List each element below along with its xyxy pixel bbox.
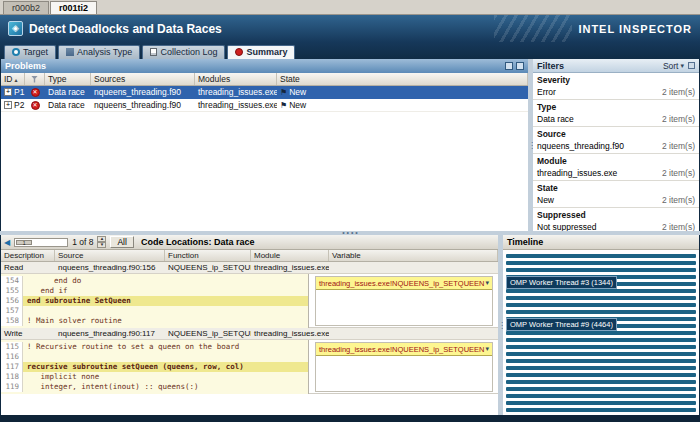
timeline-panel: Timeline OMP Worker Thread #3 (1344) OMP… (503, 235, 699, 415)
filter-entry[interactable]: nqueens_threading.f90 2 item(s) (533, 140, 699, 151)
problem-sources: nqueens_threading.f90 (94, 100, 181, 110)
panel-menu-icon[interactable] (505, 62, 513, 70)
code-text: ! Recursive routine to set a queen on th… (23, 342, 308, 352)
filter-entry[interactable]: Error 2 item(s) (533, 86, 699, 97)
timeline-bar (506, 261, 696, 265)
column-description[interactable]: Description (1, 250, 55, 261)
show-all-button[interactable]: All (110, 236, 133, 248)
spinner-down-icon[interactable] (97, 242, 106, 248)
collection-log-icon (150, 48, 157, 56)
variable-dropdown-icon[interactable] (485, 345, 489, 353)
variable-combo[interactable]: threading_issues.exe!NQUEENS_ip_SETQUEEN (316, 277, 492, 290)
variable-value: threading_issues.exe!NQUEENS_ip_SETQUEEN (319, 279, 485, 288)
filter-entry[interactable]: threading_issues.exe 2 item(s) (533, 167, 699, 178)
column-source[interactable]: Source (55, 250, 165, 261)
filter-entry[interactable]: Data race 2 item(s) (533, 113, 699, 124)
timeline-bar (506, 387, 696, 391)
filter-group-type: Type Data race 2 item(s) (533, 100, 699, 127)
problem-id: P2 (14, 100, 24, 110)
problem-state: New (289, 87, 306, 97)
timeline-bar (506, 303, 696, 307)
write-location-row[interactable]: Write nqueens_threading.f90:117 NQUEENS_… (1, 328, 498, 340)
result-tab-r000b2[interactable]: r000b2 (3, 1, 49, 14)
filter-group-source: Source nqueens_threading.f90 2 item(s) (533, 127, 699, 154)
read-location-row[interactable]: Read nqueens_threading.f90:156 NQUEENS_i… (1, 262, 498, 274)
sort-button[interactable]: Sort (663, 61, 684, 71)
timeline-title: Timeline (507, 237, 543, 247)
location-slider[interactable]: 1 (14, 238, 68, 247)
timeline-bar (506, 394, 696, 398)
tab-target[interactable]: Target (4, 45, 56, 59)
code-text: end if (23, 286, 308, 296)
filter-entry[interactable]: New 2 item(s) (533, 194, 699, 205)
column-module-label: Module (254, 251, 280, 260)
filters-title: Filters (537, 61, 564, 71)
column-severity[interactable] (25, 73, 45, 85)
code-line-highlighted: 117recursive subroutine setQueen (queens… (1, 362, 308, 372)
location-spinner (97, 236, 106, 248)
problem-modules: threading_issues.exe (198, 87, 277, 97)
tab-target-label: Target (23, 47, 48, 57)
timeline-bar (506, 408, 696, 412)
tab-summary[interactable]: Summary (227, 45, 295, 59)
result-tab-r001ti2[interactable]: r001ti2 (50, 1, 97, 14)
timeline-bar (506, 373, 696, 377)
location-source: nqueens_threading.f90:156 (58, 263, 155, 272)
previous-location-icon[interactable] (4, 238, 10, 247)
column-state[interactable]: State (277, 73, 528, 85)
line-number: 158 (1, 316, 23, 326)
problem-sources: nqueens_threading.f90 (94, 87, 181, 97)
filter-entry-label: nqueens_threading.f90 (537, 141, 624, 151)
page-title: Detect Deadlocks and Data Races (29, 22, 222, 36)
filter-group-state: State New 2 item(s) (533, 181, 699, 208)
tab-collection-log[interactable]: Collection Log (142, 45, 225, 59)
filter-group-name: Source (533, 128, 699, 140)
filter-entry-count: 2 item(s) (662, 195, 695, 205)
timeline-bar (506, 296, 696, 300)
timeline-bar (506, 352, 696, 356)
filter-entry-count: 2 item(s) (662, 222, 695, 232)
timeline-title-bar: Timeline (503, 235, 699, 250)
line-number: 118 (1, 372, 23, 382)
error-icon (31, 101, 40, 110)
problem-type: Data race (48, 100, 85, 110)
expand-icon[interactable] (4, 88, 12, 96)
filters-pin-icon[interactable] (688, 62, 695, 69)
filter-entry[interactable]: Not suppressed 2 item(s) (533, 221, 699, 231)
variable-dropdown-icon[interactable] (485, 279, 489, 287)
line-number: 154 (1, 276, 23, 286)
filter-group-name: State (533, 182, 699, 194)
code-text: recursive subroutine setQueen (queens, r… (23, 362, 308, 372)
column-modules[interactable]: Modules (195, 73, 277, 85)
location-function: NQUEENS_ip_SETQUEEN (168, 263, 251, 272)
timeline-bar (506, 366, 696, 370)
code-line: 157 (1, 306, 308, 316)
problem-row-p1[interactable]: P1 Data race nqueens_threading.f90 threa… (1, 86, 528, 99)
panel-pin-icon[interactable] (516, 62, 524, 70)
inspector-logo-icon (8, 21, 23, 36)
line-number: 156 (1, 296, 23, 306)
chevron-down-icon (680, 62, 684, 70)
column-id[interactable]: ID (1, 73, 25, 85)
column-module[interactable]: Module (251, 250, 329, 261)
code-line-highlighted: 156end subroutine SetQueen (1, 296, 308, 306)
header: Detect Deadlocks and Data Races INTEL IN… (0, 15, 700, 42)
problem-row-p2[interactable]: P2 Data race nqueens_threading.f90 threa… (1, 99, 528, 112)
brand-area: INTEL INSPECTOR (494, 15, 692, 42)
tab-analysis-type[interactable]: Analysis Type (58, 45, 140, 59)
filter-group-severity: Severity Error 2 item(s) (533, 73, 699, 100)
column-type[interactable]: Type (45, 73, 91, 85)
filter-entry-label: New (537, 195, 554, 205)
problem-id: P1 (14, 87, 24, 97)
column-sources[interactable]: Sources (91, 73, 195, 85)
filter-group-name: Type (533, 101, 699, 113)
code-text: end do (23, 276, 308, 286)
column-function[interactable]: Function (165, 250, 251, 261)
column-variable[interactable]: Variable (329, 250, 498, 261)
state-flag-icon (280, 101, 287, 110)
code-text (23, 306, 308, 316)
variable-combo[interactable]: threading_issues.exe!NQUEENS_ip_SETQUEEN (316, 343, 492, 356)
expand-icon[interactable] (4, 101, 12, 109)
analysis-tab-bar: Target Analysis Type Collection Log Summ… (0, 42, 700, 59)
slider-thumb[interactable]: 1 (16, 240, 32, 245)
